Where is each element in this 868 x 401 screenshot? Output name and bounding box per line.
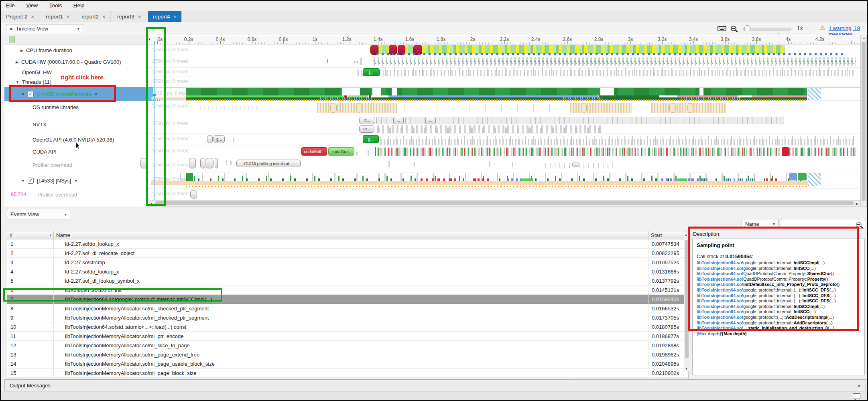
sidebar-row-smokeparticles[interactable]: ▼ ✓ [14485] smokeParticles ▾ — [4, 87, 165, 101]
scroll-up-icon[interactable]: ▲ — [685, 233, 687, 236]
timeline-hscrollbar[interactable]: ◀ ▶ — [148, 200, 860, 207]
keyboard-icon[interactable] — [718, 26, 726, 31]
os-call-block[interactable] — [581, 103, 587, 113]
overhead-block[interactable] — [190, 190, 197, 198]
scroll-thumb[interactable] — [862, 42, 866, 201]
events-row-selected[interactable]: 7libToolsInjection64.so!google::protobuf… — [7, 295, 688, 304]
cuda-graphics-block[interactable]: cudaGra... — [328, 147, 354, 156]
chevron-down-icon[interactable]: ▾ — [148, 37, 150, 41]
search-input[interactable] — [781, 219, 865, 229]
nvtx-ellipsis-block[interactable]: ... — [393, 117, 404, 124]
chevron-down-icon[interactable]: ▾ — [95, 92, 97, 96]
events-row[interactable]: 6libXxf86vm.so.1.0.0!_init0.0145121s — [7, 286, 688, 295]
sidebar-row-os-runtime[interactable]: OS runtime libraries — [4, 101, 148, 115]
chart-row-cuda-api[interactable]: 1750 px; 0 msec cudaMall... cudaGra... — [148, 146, 860, 157]
gl-call-green-block[interactable]: g... — [363, 135, 379, 143]
menu-item-view[interactable]: View — [21, 1, 43, 8]
chart-row-smokeparticles[interactable]: 1750 px; 0 msec — [148, 87, 860, 101]
kernel-bars[interactable] — [374, 57, 856, 66]
events-vscrollbar[interactable]: ▼ — [684, 239, 689, 371]
events-row[interactable]: 2ld-2.27.so!_dl_relocate_object0.0082229… — [7, 249, 688, 258]
sidebar-row-cuda-hw[interactable]: ▶CUDA HW (0000:17:00.0 - Quadro GV100) — [4, 56, 159, 68]
menu-item-file[interactable]: File — [1, 1, 20, 8]
overhead-block[interactable] — [189, 158, 196, 168]
nvtx-render-block[interactable]: re... — [359, 125, 374, 133]
overhead-ellipsis-block[interactable]: ... — [572, 162, 579, 167]
sidebar-row-profiler-overhead-2[interactable]: 95,724 Profiler overhead — [4, 189, 154, 200]
tab-report4[interactable]: report4× — [148, 11, 182, 22]
scroll-thumb[interactable] — [155, 201, 854, 205]
overhead-block[interactable] — [215, 158, 218, 168]
events-row[interactable]: 12libToolsInjectionMemoryAllocator.so!mi… — [7, 341, 688, 350]
nvtx-frame-block[interactable]: fr... — [359, 117, 375, 124]
os-call-block[interactable] — [669, 103, 676, 113]
close-icon[interactable]: × — [31, 14, 34, 20]
events-table[interactable]: #▾ Name Start ▲ 1ld-2.27.so!do_lookup_x0… — [7, 231, 689, 384]
close-icon[interactable]: × — [138, 14, 141, 20]
cuda-call-red-block[interactable] — [782, 147, 789, 156]
events-row[interactable]: 14libToolsInjectionMemoryAllocator.so!mi… — [7, 359, 688, 369]
menu-item-tools[interactable]: Tools — [45, 1, 67, 8]
zoom-out-icon[interactable] — [731, 26, 736, 31]
events-row[interactable]: 11libToolsInjectionMemoryAllocator.so!mi… — [7, 332, 688, 341]
tab-report1[interactable]: report1× — [41, 11, 75, 22]
overhead-block[interactable] — [200, 158, 205, 168]
gl-call-block[interactable] — [207, 135, 213, 143]
chart-row-profiler-overhead-1[interactable]: 1750 px; 0 msec CUDA profiling initializ… — [148, 157, 860, 172]
column-header-name[interactable]: Name — [54, 231, 648, 239]
scroll-down-icon[interactable]: ▼ — [685, 367, 688, 370]
collapsed-arrow-icon[interactable]: ▶ — [20, 49, 23, 53]
zoom-slider-handle[interactable] — [744, 25, 750, 31]
chart-row-opengl-api[interactable]: 1750 px; 0 msec g... g... — [148, 134, 860, 146]
os-call-bars[interactable] — [570, 103, 632, 113]
chart-row-os-runtime[interactable]: 1750 px; 0 msec — [148, 101, 860, 115]
overhead-block[interactable] — [206, 158, 213, 168]
chat-icon[interactable] — [853, 393, 860, 399]
close-icon[interactable]: × — [857, 382, 861, 389]
output-messages-bar[interactable]: Output Messages × — [4, 379, 866, 391]
column-header-start[interactable]: Start — [648, 231, 684, 239]
timeline-chart[interactable]: ▾ 0s 0.2s 0.4s 0.6s 0.8s 1s 1.2s 1.4s 1.… — [148, 35, 860, 207]
zoom-slider[interactable] — [743, 28, 791, 30]
checkbox[interactable]: ✓ — [28, 178, 34, 184]
close-icon[interactable]: × — [67, 14, 70, 20]
events-row[interactable]: 15libToolsInjectionMemoryAllocator.so!mi… — [7, 369, 688, 378]
view-selector-button[interactable]: ≡ Timeline View ▾ — [6, 24, 83, 33]
tab-project-2[interactable]: Project 2× — [1, 11, 39, 22]
cuda-malloc-block[interactable]: cudaMall... — [301, 147, 327, 156]
overhead-block[interactable] — [140, 158, 147, 168]
events-row[interactable]: 9libToolsInjectionMemoryAllocator.so!mi_… — [7, 313, 688, 322]
events-view-selector[interactable]: Events View ▾ — [7, 209, 70, 219]
timeline-ruler[interactable]: ▾ 0s 0.2s 0.4s 0.6s 0.8s 1s 1.2s 1.4s 1.… — [148, 36, 860, 45]
scroll-right-icon[interactable]: ▶ — [856, 202, 858, 206]
os-call-block[interactable] — [687, 103, 693, 113]
gl-range-block[interactable]: [... — [363, 68, 380, 76]
chart-row-threads[interactable]: 1750 px; 0 msec — [148, 77, 860, 87]
filter-column-selector[interactable]: Name ▾ — [742, 219, 779, 229]
events-row[interactable]: 4ld-2.27.so!do_lookup_x0.0131666s — [7, 267, 688, 276]
nvtx-frame-bar[interactable] — [376, 117, 784, 124]
expanded-arrow-icon[interactable]: ▼ — [21, 92, 25, 96]
chart-row-opengl-hw[interactable]: 1750 px; 0 msec [... — [148, 68, 860, 77]
events-row[interactable]: 3ld-2.27.so!strcmp0.0100752s — [7, 258, 688, 267]
scroll-up-icon[interactable]: ▲ — [862, 36, 866, 40]
chart-row-nsys[interactable]: 1750 px; 0 msec — [148, 172, 860, 189]
events-row[interactable]: 1ld-2.27.so!do_lookup_x0.00747534 — [7, 239, 688, 249]
chevron-down-icon[interactable]: ▾ — [75, 179, 77, 183]
chart-row-cuda-hw[interactable]: 1750 px; 0 msec — [148, 56, 860, 68]
tab-report3[interactable]: report3× — [112, 11, 146, 22]
sidebar-row-opengl-hw[interactable]: OpenGL HW — [4, 68, 165, 77]
menu-item-help[interactable]: Help — [69, 1, 89, 8]
scroll-thumb[interactable] — [685, 240, 689, 358]
close-icon[interactable]: × — [174, 14, 177, 20]
events-vscrollbar-top[interactable]: ▲ — [684, 231, 689, 239]
chart-row-cpu-frame-duration[interactable]: 1750 px; 0 msec ... ... — [148, 45, 860, 56]
collapsed-arrow-icon[interactable]: ▶ — [16, 60, 18, 64]
os-call-block[interactable] — [330, 103, 337, 113]
events-row[interactable]: 13libToolsInjectionMemoryAllocator.so!mi… — [7, 350, 688, 359]
events-row[interactable]: 8libToolsInjectionMemoryAllocator.so!mi_… — [7, 304, 688, 313]
chart-row-profiler-overhead-2[interactable]: 1750 px; 0 msec — [148, 189, 860, 200]
expanded-arrow-icon[interactable]: ▼ — [21, 179, 25, 183]
scroll-left-icon[interactable]: ◀ — [150, 202, 152, 206]
tab-report2[interactable]: report2× — [77, 11, 110, 22]
